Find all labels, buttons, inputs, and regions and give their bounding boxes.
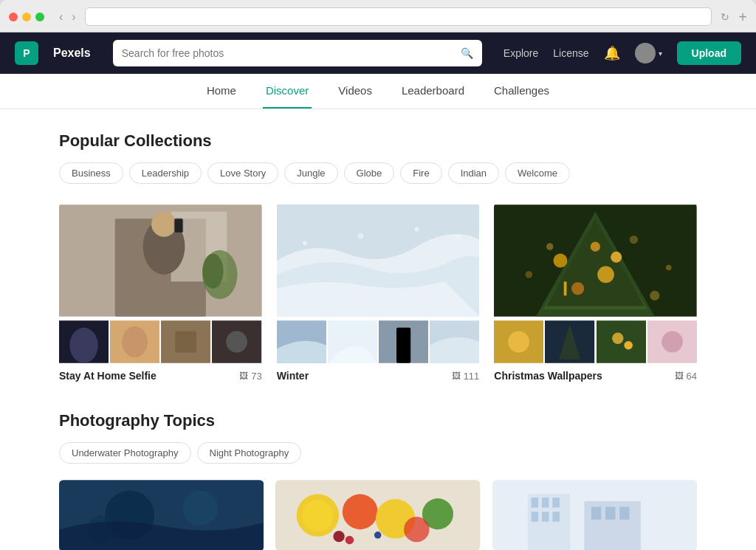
- svg-point-57: [404, 517, 429, 542]
- collection-strip-christmas: [494, 320, 697, 364]
- svg-rect-71: [605, 507, 615, 520]
- search-icon: 🔍: [461, 47, 473, 59]
- avatar-button[interactable]: ▾: [635, 43, 662, 63]
- tag-night-photography[interactable]: Night Photography: [197, 442, 302, 464]
- tag-fire[interactable]: Fire: [400, 162, 441, 184]
- svg-point-4: [151, 212, 176, 237]
- maximize-button[interactable]: [35, 13, 44, 21]
- search-input[interactable]: [122, 47, 461, 59]
- tag-jungle[interactable]: Jungle: [284, 162, 337, 184]
- svg-rect-63: [531, 498, 538, 507]
- forward-button[interactable]: ›: [69, 9, 78, 25]
- svg-point-54: [343, 494, 378, 529]
- svg-point-21: [455, 235, 461, 241]
- close-button[interactable]: [9, 13, 18, 21]
- collection-strip-selfie: [59, 320, 262, 364]
- reload-button[interactable]: ↻: [721, 11, 729, 23]
- tag-globe[interactable]: Globe: [344, 162, 395, 184]
- tag-indian[interactable]: Indian: [448, 162, 499, 184]
- svg-point-46: [662, 331, 683, 353]
- svg-point-34: [546, 243, 553, 250]
- svg-point-36: [666, 265, 672, 271]
- collection-count-selfie: 🖼 73: [239, 371, 261, 382]
- collection-card-winter[interactable]: Winter 🖼 111: [277, 202, 480, 385]
- logo-box: P: [15, 41, 38, 65]
- url-bar[interactable]: [85, 7, 712, 26]
- collection-card-christmas[interactable]: Christmas Wallpapers 🖼 64: [494, 202, 697, 385]
- collection-info-christmas: Christmas Wallpapers 🖼 64: [494, 364, 697, 385]
- collection-name-winter: Winter: [277, 370, 309, 382]
- app-navbar: P Pexels 🔍 Explore License 🔔 ▾ Upload: [0, 32, 756, 74]
- collection-main-image-winter: [277, 202, 480, 320]
- nav-home[interactable]: Home: [204, 74, 239, 109]
- notification-button[interactable]: 🔔: [604, 45, 620, 61]
- search-bar: 🔍: [113, 40, 482, 66]
- collection-main-image-christmas: [494, 202, 697, 320]
- chevron-down-icon: ▾: [659, 49, 662, 58]
- svg-point-37: [526, 271, 532, 278]
- secondary-nav: Home Discover Videos Leaderboard Challen…: [0, 74, 756, 109]
- topic-image-food: [275, 478, 480, 550]
- topic-images: [59, 478, 697, 550]
- tag-welcome[interactable]: Welcome: [505, 162, 570, 184]
- svg-rect-68: [552, 512, 560, 521]
- photography-topics-title: Photography Topics: [59, 411, 697, 430]
- brand-name: Pexels: [53, 47, 91, 60]
- collections-grid: Stay At Home Selfie 🖼 73: [59, 202, 697, 385]
- nav-links: Explore License: [504, 47, 589, 59]
- collection-strip-winter: [277, 320, 480, 364]
- license-link[interactable]: License: [553, 47, 588, 59]
- svg-point-32: [591, 241, 600, 251]
- explore-link[interactable]: Explore: [504, 47, 538, 59]
- tag-business[interactable]: Business: [59, 162, 123, 184]
- collection-name-selfie: Stay At Home Selfie: [59, 370, 157, 382]
- nav-discover[interactable]: Discover: [263, 74, 312, 109]
- svg-rect-25: [396, 328, 410, 363]
- logo-letter: P: [23, 47, 30, 59]
- topic-image-underwater: [59, 478, 264, 550]
- svg-point-59: [346, 536, 354, 544]
- svg-point-60: [374, 532, 382, 539]
- browser-window: ‹ › ↻ + P Pexels 🔍 Explore License 🔔 ▾ U…: [0, 0, 756, 550]
- photo-count-icon: 🖼: [239, 371, 248, 381]
- svg-rect-67: [542, 512, 549, 521]
- svg-rect-5: [174, 219, 182, 233]
- main-content: Popular Collections Business Leadership …: [0, 109, 756, 550]
- back-button[interactable]: ‹: [56, 9, 66, 25]
- svg-rect-66: [531, 512, 538, 521]
- traffic-lights: [9, 13, 44, 21]
- svg-point-50: [182, 491, 218, 526]
- svg-point-11: [122, 326, 148, 357]
- collection-tags: Business Leadership Love Story Jungle Gl…: [59, 162, 697, 184]
- popular-collections-title: Popular Collections: [59, 131, 697, 151]
- topic-tags: Underwater Photography Night Photography: [59, 442, 697, 464]
- svg-point-7: [202, 254, 223, 289]
- avatar: [635, 43, 656, 63]
- svg-point-19: [358, 233, 364, 239]
- tag-underwater[interactable]: Underwater Photography: [59, 442, 191, 464]
- tag-leadership[interactable]: Leadership: [129, 162, 202, 184]
- browser-chrome: ‹ › ↻ +: [0, 0, 756, 32]
- photo-count-icon-winter: 🖼: [452, 371, 461, 381]
- upload-button[interactable]: Upload: [677, 41, 741, 65]
- collection-info-selfie: Stay At Home Selfie 🖼 73: [59, 364, 262, 385]
- new-tab-button[interactable]: +: [738, 10, 747, 24]
- collection-info-winter: Winter 🖼 111: [277, 364, 480, 385]
- svg-rect-65: [552, 498, 560, 507]
- svg-point-35: [630, 236, 638, 244]
- svg-rect-70: [591, 507, 601, 520]
- svg-point-38: [650, 291, 660, 300]
- nav-videos[interactable]: Videos: [335, 74, 375, 109]
- collection-card-selfie[interactable]: Stay At Home Selfie 🖼 73: [59, 202, 262, 385]
- collection-count-christmas: 🖼 64: [675, 371, 697, 382]
- nav-leaderboard[interactable]: Leaderboard: [399, 74, 467, 109]
- svg-point-44: [624, 341, 633, 350]
- browser-titlebar: ‹ › ↻ +: [9, 7, 747, 26]
- nav-challenges[interactable]: Challenges: [491, 74, 552, 109]
- collection-count-winter: 🖼 111: [452, 371, 480, 382]
- browser-nav-buttons: ‹ ›: [56, 9, 79, 25]
- tag-love-story[interactable]: Love Story: [207, 162, 278, 184]
- svg-point-29: [597, 267, 614, 283]
- minimize-button[interactable]: [22, 13, 31, 21]
- svg-rect-64: [542, 498, 549, 507]
